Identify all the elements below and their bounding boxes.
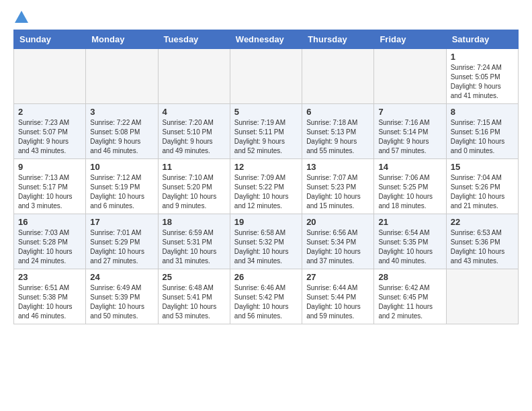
calendar-day-cell: 22Sunrise: 6:53 AM Sunset: 5:36 PM Dayli… xyxy=(446,214,518,269)
day-info: Sunrise: 6:49 AM Sunset: 5:39 PM Dayligh… xyxy=(90,283,153,321)
day-number: 27 xyxy=(306,272,369,282)
calendar-day-cell: 12Sunrise: 7:09 AM Sunset: 5:22 PM Dayli… xyxy=(230,159,302,214)
day-number: 13 xyxy=(306,162,369,172)
calendar-day-cell xyxy=(86,49,158,104)
day-number: 25 xyxy=(163,272,226,282)
weekday-header-monday: Monday xyxy=(86,30,158,49)
day-number: 18 xyxy=(163,217,226,227)
calendar-day-cell: 17Sunrise: 7:01 AM Sunset: 5:29 PM Dayli… xyxy=(86,214,158,269)
day-info: Sunrise: 7:22 AM Sunset: 5:08 PM Dayligh… xyxy=(90,118,153,156)
calendar-day-cell: 19Sunrise: 6:58 AM Sunset: 5:32 PM Dayli… xyxy=(230,214,302,269)
calendar-week-row: 1Sunrise: 7:24 AM Sunset: 5:05 PM Daylig… xyxy=(14,49,519,104)
day-info: Sunrise: 6:58 AM Sunset: 5:32 PM Dayligh… xyxy=(234,228,298,266)
day-info: Sunrise: 6:56 AM Sunset: 5:34 PM Dayligh… xyxy=(306,228,369,266)
day-info: Sunrise: 7:07 AM Sunset: 5:23 PM Dayligh… xyxy=(306,173,369,211)
calendar-day-cell: 18Sunrise: 6:59 AM Sunset: 5:31 PM Dayli… xyxy=(158,214,230,269)
header xyxy=(13,13,519,23)
day-number: 14 xyxy=(378,162,441,172)
day-info: Sunrise: 7:19 AM Sunset: 5:11 PM Dayligh… xyxy=(234,118,298,156)
calendar-day-cell xyxy=(158,49,230,104)
day-number: 1 xyxy=(451,52,514,62)
calendar-week-row: 16Sunrise: 7:03 AM Sunset: 5:28 PM Dayli… xyxy=(14,214,519,269)
day-info: Sunrise: 6:44 AM Sunset: 5:44 PM Dayligh… xyxy=(306,283,369,321)
day-info: Sunrise: 7:04 AM Sunset: 5:26 PM Dayligh… xyxy=(451,173,514,211)
calendar-day-cell: 16Sunrise: 7:03 AM Sunset: 5:28 PM Dayli… xyxy=(14,214,86,269)
day-number: 11 xyxy=(163,162,226,172)
calendar-day-cell: 26Sunrise: 6:46 AM Sunset: 5:42 PM Dayli… xyxy=(230,269,302,324)
day-info: Sunrise: 7:03 AM Sunset: 5:28 PM Dayligh… xyxy=(18,228,81,266)
day-number: 4 xyxy=(163,107,226,117)
calendar-day-cell: 5Sunrise: 7:19 AM Sunset: 5:11 PM Daylig… xyxy=(230,104,302,159)
calendar-day-cell: 9Sunrise: 7:13 AM Sunset: 5:17 PM Daylig… xyxy=(14,159,86,214)
day-number: 16 xyxy=(18,217,81,227)
day-number: 28 xyxy=(378,272,441,282)
weekday-header-tuesday: Tuesday xyxy=(158,30,230,49)
day-info: Sunrise: 6:46 AM Sunset: 5:42 PM Dayligh… xyxy=(234,283,298,321)
calendar-day-cell: 24Sunrise: 6:49 AM Sunset: 5:39 PM Dayli… xyxy=(86,269,158,324)
day-info: Sunrise: 7:01 AM Sunset: 5:29 PM Dayligh… xyxy=(90,228,153,266)
calendar-day-cell: 20Sunrise: 6:56 AM Sunset: 5:34 PM Dayli… xyxy=(302,214,374,269)
page: SundayMondayTuesdayWednesdayThursdayFrid… xyxy=(0,0,532,331)
calendar-day-cell xyxy=(446,269,518,324)
calendar-day-cell: 2Sunrise: 7:23 AM Sunset: 5:07 PM Daylig… xyxy=(14,104,86,159)
calendar-day-cell xyxy=(14,49,86,104)
day-number: 3 xyxy=(90,107,153,117)
day-number: 15 xyxy=(451,162,514,172)
calendar-day-cell: 14Sunrise: 7:06 AM Sunset: 5:25 PM Dayli… xyxy=(374,159,446,214)
day-number: 5 xyxy=(234,107,298,117)
calendar-table: SundayMondayTuesdayWednesdayThursdayFrid… xyxy=(13,30,519,324)
calendar-day-cell: 23Sunrise: 6:51 AM Sunset: 5:38 PM Dayli… xyxy=(14,269,86,324)
day-info: Sunrise: 7:24 AM Sunset: 5:05 PM Dayligh… xyxy=(451,63,514,101)
weekday-header-thursday: Thursday xyxy=(302,30,374,49)
day-info: Sunrise: 7:13 AM Sunset: 5:17 PM Dayligh… xyxy=(18,173,81,211)
day-number: 21 xyxy=(378,217,441,227)
day-info: Sunrise: 6:42 AM Sunset: 6:45 PM Dayligh… xyxy=(378,283,441,321)
day-number: 2 xyxy=(18,107,81,117)
day-info: Sunrise: 7:09 AM Sunset: 5:22 PM Dayligh… xyxy=(234,173,298,211)
day-info: Sunrise: 7:18 AM Sunset: 5:13 PM Dayligh… xyxy=(306,118,369,156)
day-info: Sunrise: 6:48 AM Sunset: 5:41 PM Dayligh… xyxy=(163,283,226,321)
day-number: 24 xyxy=(90,272,153,282)
calendar-day-cell: 27Sunrise: 6:44 AM Sunset: 5:44 PM Dayli… xyxy=(302,269,374,324)
calendar-week-row: 2Sunrise: 7:23 AM Sunset: 5:07 PM Daylig… xyxy=(14,104,519,159)
day-number: 23 xyxy=(18,272,81,282)
weekday-header-sunday: Sunday xyxy=(14,30,86,49)
calendar-day-cell: 3Sunrise: 7:22 AM Sunset: 5:08 PM Daylig… xyxy=(86,104,158,159)
day-info: Sunrise: 7:10 AM Sunset: 5:20 PM Dayligh… xyxy=(163,173,226,211)
day-number: 7 xyxy=(378,107,441,117)
calendar-week-row: 9Sunrise: 7:13 AM Sunset: 5:17 PM Daylig… xyxy=(14,159,519,214)
calendar-day-cell: 25Sunrise: 6:48 AM Sunset: 5:41 PM Dayli… xyxy=(158,269,230,324)
day-number: 12 xyxy=(234,162,298,172)
calendar-day-cell: 21Sunrise: 6:54 AM Sunset: 5:35 PM Dayli… xyxy=(374,214,446,269)
calendar-day-cell: 28Sunrise: 6:42 AM Sunset: 6:45 PM Dayli… xyxy=(374,269,446,324)
day-info: Sunrise: 6:51 AM Sunset: 5:38 PM Dayligh… xyxy=(18,283,81,321)
day-info: Sunrise: 7:16 AM Sunset: 5:14 PM Dayligh… xyxy=(378,118,441,156)
day-number: 10 xyxy=(90,162,153,172)
calendar-day-cell: 7Sunrise: 7:16 AM Sunset: 5:14 PM Daylig… xyxy=(374,104,446,159)
day-info: Sunrise: 7:23 AM Sunset: 5:07 PM Dayligh… xyxy=(18,118,81,156)
weekday-header-wednesday: Wednesday xyxy=(230,30,302,49)
logo-triangle-icon xyxy=(15,11,28,23)
calendar-day-cell xyxy=(374,49,446,104)
calendar-day-cell: 1Sunrise: 7:24 AM Sunset: 5:05 PM Daylig… xyxy=(446,49,518,104)
day-number: 17 xyxy=(90,217,153,227)
calendar-day-cell: 10Sunrise: 7:12 AM Sunset: 5:19 PM Dayli… xyxy=(86,159,158,214)
day-info: Sunrise: 6:59 AM Sunset: 5:31 PM Dayligh… xyxy=(163,228,226,266)
day-number: 19 xyxy=(234,217,298,227)
calendar-week-row: 23Sunrise: 6:51 AM Sunset: 5:38 PM Dayli… xyxy=(14,269,519,324)
calendar-day-cell: 15Sunrise: 7:04 AM Sunset: 5:26 PM Dayli… xyxy=(446,159,518,214)
calendar-day-cell: 6Sunrise: 7:18 AM Sunset: 5:13 PM Daylig… xyxy=(302,104,374,159)
calendar-day-cell: 8Sunrise: 7:15 AM Sunset: 5:16 PM Daylig… xyxy=(446,104,518,159)
day-number: 8 xyxy=(451,107,514,117)
calendar-day-cell xyxy=(302,49,374,104)
day-number: 20 xyxy=(306,217,369,227)
weekday-header-saturday: Saturday xyxy=(446,30,518,49)
calendar-day-cell xyxy=(230,49,302,104)
day-info: Sunrise: 7:20 AM Sunset: 5:10 PM Dayligh… xyxy=(163,118,226,156)
day-number: 26 xyxy=(234,272,298,282)
calendar-day-cell: 4Sunrise: 7:20 AM Sunset: 5:10 PM Daylig… xyxy=(158,104,230,159)
weekday-header-friday: Friday xyxy=(374,30,446,49)
day-info: Sunrise: 7:15 AM Sunset: 5:16 PM Dayligh… xyxy=(451,118,514,156)
day-info: Sunrise: 7:12 AM Sunset: 5:19 PM Dayligh… xyxy=(90,173,153,211)
day-info: Sunrise: 6:53 AM Sunset: 5:36 PM Dayligh… xyxy=(451,228,514,266)
